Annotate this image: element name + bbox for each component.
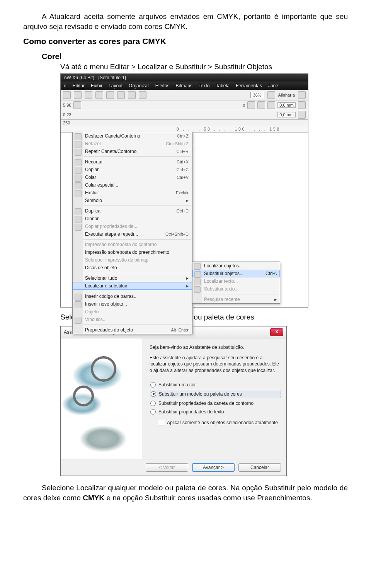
chevron-right-icon: ▸	[186, 198, 189, 203]
radio-label: Substituir propriedades de texto	[158, 409, 224, 415]
mi-sobrepor-bitmap: Sobrepor impressão de bitmap	[73, 256, 192, 264]
mi-etapa-repetir[interactable]: Executar etapa e repetir...Ctrl+Shift+D	[73, 230, 192, 238]
repeat-icon	[75, 149, 82, 156]
magnifier-icon	[73, 386, 94, 406]
radio-label: Substituir um modelo ou paleta de cores	[159, 391, 242, 397]
zoom-field[interactable]: 36%	[250, 92, 264, 98]
mi-inserir-barras[interactable]: Inserir código de barras...	[73, 292, 192, 300]
menu-texto[interactable]: Texto	[199, 83, 210, 88]
submenu-localizar-substituir: Localizar objetos... Substituir objetos.…	[192, 262, 280, 304]
menu-exibir[interactable]: Exibir	[91, 83, 102, 88]
checkbox-apply-selected[interactable]: Aplicar somente aos objetos selecionados…	[159, 420, 279, 425]
copy-icon	[75, 167, 82, 174]
smi-substituir-texto: Substituir texto...	[192, 285, 280, 293]
toolbar-icon[interactable]	[85, 91, 92, 99]
mi-copiar-propriedades: Copiar propriedades de...	[73, 223, 192, 230]
smi-substituir-objetos[interactable]: Substituir objetos...Ctrl+\	[192, 270, 280, 277]
mm-field-1[interactable]: 0,0 mm	[277, 102, 296, 108]
barcode-icon	[75, 294, 82, 301]
mi-clonar[interactable]: Clonar	[73, 215, 192, 223]
menu-bitmaps[interactable]: Bitmaps	[175, 83, 192, 88]
chevron-right-icon: ▸	[274, 297, 277, 302]
mi-propriedades-objeto[interactable]: Propriedades do objetoAlt+Enter	[73, 326, 192, 334]
checkbox-icon	[159, 420, 164, 425]
undo-icon	[75, 133, 82, 140]
close-button[interactable]: x	[270, 328, 283, 336]
menu-editar[interactable]: Editar	[73, 83, 85, 88]
toolbar-row2: 5,96 o 0,0 mm	[61, 100, 308, 110]
mi-imp-contorno: Impressão sobreposta do contorno	[73, 241, 192, 248]
toolbar-icon[interactable]	[63, 91, 71, 99]
heading: Como converter as cores para CMYK	[23, 37, 348, 46]
toolbar-icon[interactable]	[117, 91, 125, 99]
menubar: o Editar Exibir Layout Organizar Efeitos…	[61, 82, 308, 90]
toolbar-icon[interactable]	[73, 101, 81, 109]
mi-repetir[interactable]: Repetir Caneta/ContornoCtrl+R	[73, 148, 192, 155]
radio-icon	[151, 391, 156, 397]
mi-recortar[interactable]: RecortarCtrl+X	[73, 158, 192, 166]
menu-tabela[interactable]: Tabela	[216, 83, 230, 88]
mi-copiar[interactable]: CopiarCtrl+C	[73, 166, 192, 173]
toolbar-icon[interactable]	[74, 91, 82, 99]
toolbar-icon[interactable]	[247, 101, 255, 109]
find-icon	[194, 263, 201, 270]
step1-text: Vá até o menu Editar > Localizar e Subst…	[60, 63, 348, 71]
toolbar-icon[interactable]	[298, 111, 306, 119]
radio-label: Substituir propriedades da caneta de con…	[158, 401, 254, 406]
mi-vinculos: Vínculos...	[73, 316, 192, 323]
toolbar-icon[interactable]	[128, 91, 136, 99]
menu-ferramentas[interactable]: Ferramentas	[236, 83, 262, 88]
menu-efeitos[interactable]: Efeitos	[155, 83, 170, 88]
mi-localizar-substituir[interactable]: Localizar e substituir▸	[73, 282, 192, 290]
radio-opt-3[interactable]: Substituir propriedades da caneta de con…	[150, 399, 279, 408]
menu-o[interactable]: o	[64, 83, 66, 88]
paste-icon	[75, 175, 82, 182]
checkbox-label: Aplicar somente aos objetos selecionados…	[167, 420, 278, 425]
clone-icon	[75, 216, 82, 223]
find-text-icon	[194, 279, 201, 285]
radio-opt-1[interactable]: Substituir uma cor	[150, 381, 279, 389]
mm-field-2[interactable]: 0,0 mm	[277, 112, 296, 117]
mi-duplicar[interactable]: DuplicarCtrl+D	[73, 207, 192, 215]
mi-excluir[interactable]: ExcluirExcluir	[73, 189, 192, 197]
mi-inserir-novo[interactable]: Inserir novo objeto...	[73, 300, 192, 308]
next-button[interactable]: Avançar >	[192, 463, 235, 472]
chevron-right-icon: ▸	[186, 283, 189, 289]
mi-selecionar-tudo[interactable]: Selecionar tudo▸	[73, 274, 192, 282]
toolbar-icon[interactable]	[298, 101, 306, 109]
toolbar-row4: 250	[61, 120, 308, 126]
coord-250: 250	[63, 121, 70, 125]
delete-icon	[75, 190, 82, 197]
mi-desfazer[interactable]: Desfazer Caneta/ContornoCtrl+Z	[73, 132, 192, 140]
mi-simbolo[interactable]: Símbolo▸	[73, 197, 192, 204]
angle-label: o	[243, 103, 245, 107]
menu-janela[interactable]: Jane	[268, 83, 278, 88]
redo-icon	[75, 141, 82, 148]
radio-opt-4[interactable]: Substituir propriedades de texto	[150, 408, 279, 416]
toolbar-icon[interactable]	[139, 91, 146, 99]
toolbar-icon[interactable]	[257, 101, 265, 109]
toolbar-icon[interactable]	[95, 91, 103, 99]
coord-y: 0,23	[63, 112, 71, 117]
copy-props-icon	[75, 224, 82, 231]
mi-colar[interactable]: ColarCtrl+V	[73, 173, 192, 181]
smi-localizar-objetos[interactable]: Localizar objetos...	[192, 262, 280, 270]
wizard-description: Este assistente o ajudará a pesquisar se…	[150, 355, 279, 374]
radio-opt-2[interactable]: Substituir um modelo ou paleta de cores	[149, 390, 281, 398]
mi-colar-especial[interactable]: Colar especial...	[73, 181, 192, 189]
toolbar-icon[interactable]	[267, 101, 275, 109]
intro-paragraph: A Atualcard aceita somente arquivos envi…	[23, 12, 348, 31]
screenshot-corel-menu: AW X6 (64 Bit) - [Sem título-1] o Editar…	[60, 73, 308, 308]
mi-imp-preenchimento[interactable]: Impressão sobreposta do preenchimento	[73, 248, 192, 256]
toolbar-icon[interactable]	[298, 91, 306, 99]
back-button: < Voltar	[146, 463, 188, 472]
menu-organizar[interactable]: Organizar	[129, 83, 149, 88]
toolbar-icon[interactable]	[106, 91, 114, 99]
menu-layout[interactable]: Layout	[109, 83, 123, 88]
cancel-button[interactable]: Cancelar	[238, 463, 281, 472]
duplicate-icon	[75, 208, 82, 215]
replace-icon	[194, 271, 201, 278]
magnifier-icon	[91, 356, 116, 382]
mi-dicas-objeto[interactable]: Dicas de objeto	[73, 264, 192, 272]
toolbar-icon[interactable]	[267, 91, 275, 99]
